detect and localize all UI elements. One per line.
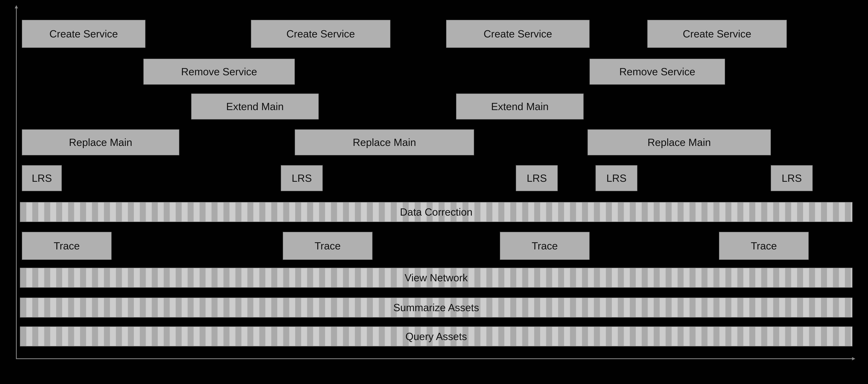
block-create-service-3: Create Service xyxy=(446,20,590,48)
block-create-service-1: Create Service xyxy=(22,20,146,48)
block-replace-main-2: Replace Main xyxy=(295,129,474,155)
block-remove-service-1: Remove Service xyxy=(144,59,295,85)
block-trace-2: Trace xyxy=(283,232,372,260)
block-lrs-5: LRS xyxy=(771,165,813,191)
block-lrs-2: LRS xyxy=(281,165,323,191)
block-lrs-1: LRS xyxy=(22,165,62,191)
block-lrs-3: LRS xyxy=(516,165,558,191)
block-remove-service-2: Remove Service xyxy=(590,59,725,85)
block-create-service-2: Create Service xyxy=(251,20,391,48)
block-trace-4: Trace xyxy=(719,232,809,260)
block-summarize-assets: Summarize Assets xyxy=(20,298,852,318)
y-axis-arrow xyxy=(15,5,18,8)
block-trace-1: Trace xyxy=(22,232,112,260)
block-replace-main-1: Replace Main xyxy=(22,129,179,155)
block-trace-3: Trace xyxy=(500,232,590,260)
block-lrs-4: LRS xyxy=(595,165,638,191)
block-replace-main-3: Replace Main xyxy=(588,129,771,155)
block-extend-main-2: Extend Main xyxy=(456,94,584,120)
block-create-service-4: Create Service xyxy=(647,20,787,48)
block-extend-main-1: Extend Main xyxy=(191,94,319,120)
block-data-correction: Data Correction xyxy=(20,202,852,222)
x-axis-arrow xyxy=(852,357,855,360)
y-axis xyxy=(16,8,17,358)
x-axis xyxy=(16,358,852,359)
chart-area: Create Service Create Service Create Ser… xyxy=(16,8,857,370)
block-view-network: View Network xyxy=(20,268,852,288)
block-query-assets: Query Assets xyxy=(20,326,852,346)
